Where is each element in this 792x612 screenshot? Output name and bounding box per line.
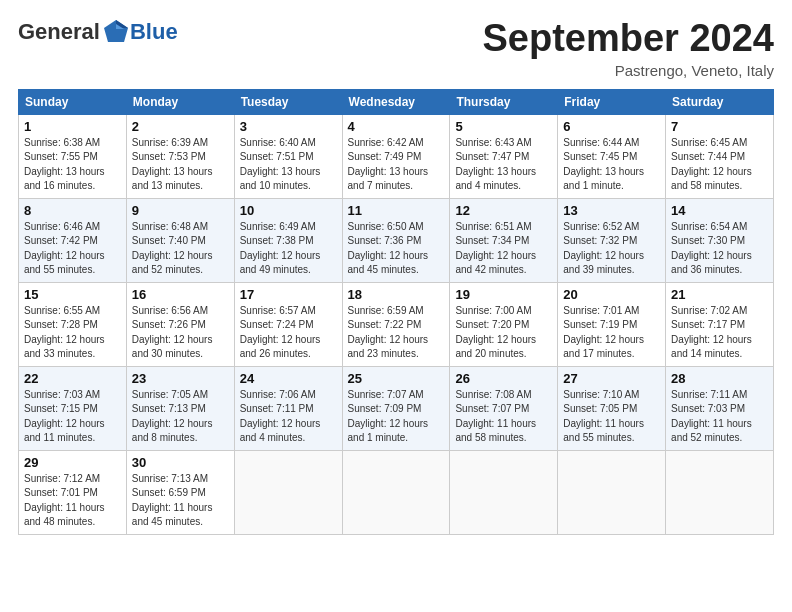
day-info: Sunrise: 6:52 AM Sunset: 7:32 PM Dayligh… xyxy=(563,220,660,278)
table-cell: 13Sunrise: 6:52 AM Sunset: 7:32 PM Dayli… xyxy=(558,198,666,282)
table-cell: 2Sunrise: 6:39 AM Sunset: 7:53 PM Daylig… xyxy=(126,114,234,198)
header: General Blue September 2024 Pastrengo, V… xyxy=(18,18,774,79)
table-cell xyxy=(666,450,774,534)
table-cell: 8Sunrise: 6:46 AM Sunset: 7:42 PM Daylig… xyxy=(19,198,127,282)
page: General Blue September 2024 Pastrengo, V… xyxy=(0,0,792,545)
table-cell: 12Sunrise: 6:51 AM Sunset: 7:34 PM Dayli… xyxy=(450,198,558,282)
day-info: Sunrise: 6:57 AM Sunset: 7:24 PM Dayligh… xyxy=(240,304,337,362)
table-cell: 24Sunrise: 7:06 AM Sunset: 7:11 PM Dayli… xyxy=(234,366,342,450)
logo-blue-text: Blue xyxy=(130,19,178,45)
day-number: 6 xyxy=(563,119,660,134)
day-number: 10 xyxy=(240,203,337,218)
day-info: Sunrise: 6:50 AM Sunset: 7:36 PM Dayligh… xyxy=(348,220,445,278)
table-cell xyxy=(450,450,558,534)
day-info: Sunrise: 6:42 AM Sunset: 7:49 PM Dayligh… xyxy=(348,136,445,194)
table-cell: 19Sunrise: 7:00 AM Sunset: 7:20 PM Dayli… xyxy=(450,282,558,366)
day-number: 9 xyxy=(132,203,229,218)
week-row-1: 1Sunrise: 6:38 AM Sunset: 7:55 PM Daylig… xyxy=(19,114,774,198)
table-cell: 16Sunrise: 6:56 AM Sunset: 7:26 PM Dayli… xyxy=(126,282,234,366)
day-number: 21 xyxy=(671,287,768,302)
table-cell xyxy=(342,450,450,534)
table-cell: 11Sunrise: 6:50 AM Sunset: 7:36 PM Dayli… xyxy=(342,198,450,282)
month-title: September 2024 xyxy=(483,18,775,60)
day-info: Sunrise: 7:01 AM Sunset: 7:19 PM Dayligh… xyxy=(563,304,660,362)
table-cell: 30Sunrise: 7:13 AM Sunset: 6:59 PM Dayli… xyxy=(126,450,234,534)
day-info: Sunrise: 6:40 AM Sunset: 7:51 PM Dayligh… xyxy=(240,136,337,194)
title-block: September 2024 Pastrengo, Veneto, Italy xyxy=(483,18,775,79)
day-info: Sunrise: 6:39 AM Sunset: 7:53 PM Dayligh… xyxy=(132,136,229,194)
day-info: Sunrise: 7:02 AM Sunset: 7:17 PM Dayligh… xyxy=(671,304,768,362)
day-number: 15 xyxy=(24,287,121,302)
day-info: Sunrise: 7:11 AM Sunset: 7:03 PM Dayligh… xyxy=(671,388,768,446)
table-cell: 21Sunrise: 7:02 AM Sunset: 7:17 PM Dayli… xyxy=(666,282,774,366)
day-number: 26 xyxy=(455,371,552,386)
col-saturday: Saturday xyxy=(666,89,774,114)
day-number: 11 xyxy=(348,203,445,218)
day-number: 3 xyxy=(240,119,337,134)
table-cell: 1Sunrise: 6:38 AM Sunset: 7:55 PM Daylig… xyxy=(19,114,127,198)
day-number: 20 xyxy=(563,287,660,302)
col-monday: Monday xyxy=(126,89,234,114)
table-cell xyxy=(234,450,342,534)
day-number: 24 xyxy=(240,371,337,386)
day-number: 17 xyxy=(240,287,337,302)
table-cell: 4Sunrise: 6:42 AM Sunset: 7:49 PM Daylig… xyxy=(342,114,450,198)
table-cell: 18Sunrise: 6:59 AM Sunset: 7:22 PM Dayli… xyxy=(342,282,450,366)
day-info: Sunrise: 6:48 AM Sunset: 7:40 PM Dayligh… xyxy=(132,220,229,278)
day-number: 28 xyxy=(671,371,768,386)
logo-icon xyxy=(102,18,130,46)
day-number: 16 xyxy=(132,287,229,302)
day-info: Sunrise: 7:10 AM Sunset: 7:05 PM Dayligh… xyxy=(563,388,660,446)
week-row-2: 8Sunrise: 6:46 AM Sunset: 7:42 PM Daylig… xyxy=(19,198,774,282)
day-info: Sunrise: 7:06 AM Sunset: 7:11 PM Dayligh… xyxy=(240,388,337,446)
day-info: Sunrise: 6:38 AM Sunset: 7:55 PM Dayligh… xyxy=(24,136,121,194)
week-row-5: 29Sunrise: 7:12 AM Sunset: 7:01 PM Dayli… xyxy=(19,450,774,534)
day-number: 25 xyxy=(348,371,445,386)
day-info: Sunrise: 6:54 AM Sunset: 7:30 PM Dayligh… xyxy=(671,220,768,278)
table-cell: 3Sunrise: 6:40 AM Sunset: 7:51 PM Daylig… xyxy=(234,114,342,198)
day-info: Sunrise: 7:12 AM Sunset: 7:01 PM Dayligh… xyxy=(24,472,121,530)
day-number: 27 xyxy=(563,371,660,386)
day-number: 1 xyxy=(24,119,121,134)
table-cell: 28Sunrise: 7:11 AM Sunset: 7:03 PM Dayli… xyxy=(666,366,774,450)
day-number: 23 xyxy=(132,371,229,386)
day-info: Sunrise: 7:08 AM Sunset: 7:07 PM Dayligh… xyxy=(455,388,552,446)
day-info: Sunrise: 6:56 AM Sunset: 7:26 PM Dayligh… xyxy=(132,304,229,362)
table-cell: 10Sunrise: 6:49 AM Sunset: 7:38 PM Dayli… xyxy=(234,198,342,282)
table-cell: 25Sunrise: 7:07 AM Sunset: 7:09 PM Dayli… xyxy=(342,366,450,450)
day-info: Sunrise: 7:00 AM Sunset: 7:20 PM Dayligh… xyxy=(455,304,552,362)
table-cell: 27Sunrise: 7:10 AM Sunset: 7:05 PM Dayli… xyxy=(558,366,666,450)
day-info: Sunrise: 6:43 AM Sunset: 7:47 PM Dayligh… xyxy=(455,136,552,194)
table-cell: 7Sunrise: 6:45 AM Sunset: 7:44 PM Daylig… xyxy=(666,114,774,198)
col-tuesday: Tuesday xyxy=(234,89,342,114)
table-cell: 9Sunrise: 6:48 AM Sunset: 7:40 PM Daylig… xyxy=(126,198,234,282)
table-cell: 5Sunrise: 6:43 AM Sunset: 7:47 PM Daylig… xyxy=(450,114,558,198)
day-number: 29 xyxy=(24,455,121,470)
col-thursday: Thursday xyxy=(450,89,558,114)
day-info: Sunrise: 6:46 AM Sunset: 7:42 PM Dayligh… xyxy=(24,220,121,278)
day-info: Sunrise: 6:51 AM Sunset: 7:34 PM Dayligh… xyxy=(455,220,552,278)
table-cell: 22Sunrise: 7:03 AM Sunset: 7:15 PM Dayli… xyxy=(19,366,127,450)
table-cell: 26Sunrise: 7:08 AM Sunset: 7:07 PM Dayli… xyxy=(450,366,558,450)
day-info: Sunrise: 7:05 AM Sunset: 7:13 PM Dayligh… xyxy=(132,388,229,446)
table-cell: 14Sunrise: 6:54 AM Sunset: 7:30 PM Dayli… xyxy=(666,198,774,282)
day-number: 12 xyxy=(455,203,552,218)
logo-general-text: General xyxy=(18,19,100,45)
day-number: 8 xyxy=(24,203,121,218)
day-info: Sunrise: 6:45 AM Sunset: 7:44 PM Dayligh… xyxy=(671,136,768,194)
day-number: 5 xyxy=(455,119,552,134)
day-info: Sunrise: 7:07 AM Sunset: 7:09 PM Dayligh… xyxy=(348,388,445,446)
table-cell: 17Sunrise: 6:57 AM Sunset: 7:24 PM Dayli… xyxy=(234,282,342,366)
col-sunday: Sunday xyxy=(19,89,127,114)
table-cell: 29Sunrise: 7:12 AM Sunset: 7:01 PM Dayli… xyxy=(19,450,127,534)
week-row-3: 15Sunrise: 6:55 AM Sunset: 7:28 PM Dayli… xyxy=(19,282,774,366)
day-number: 2 xyxy=(132,119,229,134)
day-number: 19 xyxy=(455,287,552,302)
logo: General Blue xyxy=(18,18,178,46)
location: Pastrengo, Veneto, Italy xyxy=(483,62,775,79)
day-number: 30 xyxy=(132,455,229,470)
day-number: 18 xyxy=(348,287,445,302)
day-info: Sunrise: 6:55 AM Sunset: 7:28 PM Dayligh… xyxy=(24,304,121,362)
day-number: 7 xyxy=(671,119,768,134)
day-info: Sunrise: 7:13 AM Sunset: 6:59 PM Dayligh… xyxy=(132,472,229,530)
